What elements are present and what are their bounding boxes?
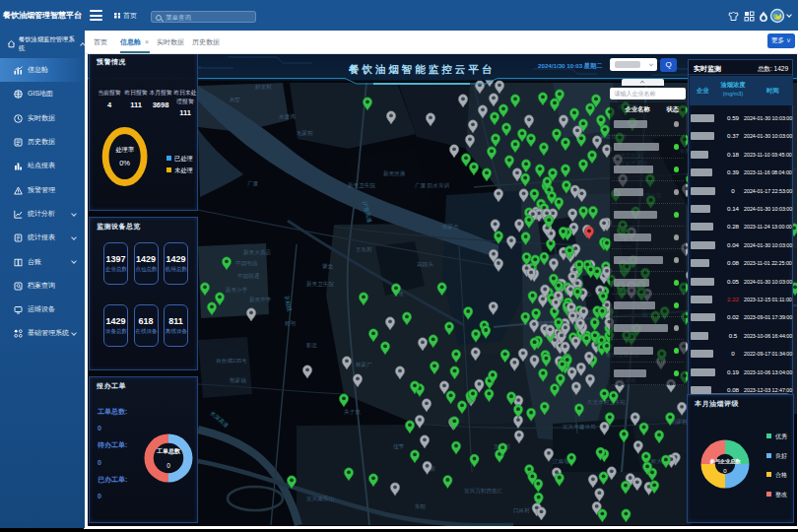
svg-text:宜兴南乐山: 宜兴南乐山	[306, 496, 334, 501]
svg-text:林家厂: 林家厂	[355, 362, 372, 367]
svg-text:宜兴万村西香汇: 宜兴万村西香汇	[464, 488, 503, 495]
svg-text:佳节: 佳节	[393, 443, 405, 449]
svg-text:宜兴市建设局: 宜兴市建设局	[563, 424, 596, 431]
svg-text:铁家仓: 铁家仓	[441, 224, 459, 230]
svg-text:广厦 防水实训: 广厦 防水实训	[415, 182, 450, 189]
svg-text:紫金: 紫金	[322, 263, 334, 269]
svg-text:参与企业总数: 参与企业总数	[708, 458, 741, 465]
svg-text:延明: 延明	[284, 320, 296, 326]
svg-text:闲墅: 闲墅	[230, 97, 241, 103]
svg-text:新吴卫生院: 新吴卫生院	[306, 281, 334, 288]
svg-text:五毛村: 五毛村	[356, 246, 372, 253]
svg-text:0: 0	[166, 462, 170, 469]
svg-text:关子熬: 关子熬	[344, 409, 361, 416]
svg-text:百合城135号: 百合城135号	[216, 358, 247, 364]
svg-text:中国电信: 中国电信	[235, 260, 258, 267]
svg-text:餐饮油烟智能监控云平台: 餐饮油烟智能监控云平台	[348, 63, 495, 75]
svg-text:水漫沟: 水漫沟	[278, 113, 296, 120]
svg-text:口吕村: 口吕村	[513, 507, 530, 514]
svg-text:久光市村卫生站: 久光市村卫生站	[587, 399, 627, 406]
svg-text:处理率: 处理率	[115, 146, 135, 154]
svg-text:0: 0	[723, 468, 727, 474]
svg-text:新吴中学: 新吴中学	[249, 297, 272, 302]
svg-text:中国联通: 中国联通	[237, 272, 260, 279]
svg-text:0%: 0%	[119, 159, 130, 167]
svg-text:影足: 影足	[306, 342, 318, 349]
svg-text:新吴区港: 新吴区港	[383, 170, 406, 177]
svg-text:斜里村: 斜里村	[255, 84, 272, 91]
svg-text:新吴卫生院: 新吴卫生院	[348, 182, 375, 189]
svg-text:广厦: 广厦	[247, 180, 259, 187]
svg-text:熊家场: 熊家场	[230, 377, 246, 384]
svg-text:花园头: 花园头	[417, 261, 433, 268]
svg-text:朱桓: 朱桓	[415, 503, 427, 509]
svg-text:工单总数: 工单总数	[156, 447, 181, 455]
svg-text:2024/1/30 10:03 星期二: 2024/1/30 10:03 星期二	[538, 62, 602, 70]
svg-text:新吴大酒店: 新吴大酒店	[243, 249, 271, 256]
svg-text:新吴小学: 新吴小学	[226, 287, 248, 293]
svg-text:毛家村: 毛家村	[297, 130, 313, 137]
